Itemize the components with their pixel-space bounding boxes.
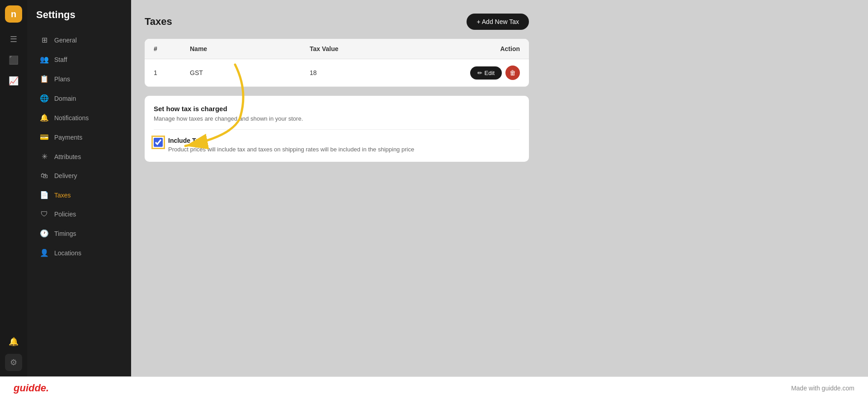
attributes-icon: ✳ [40, 152, 49, 161]
cell-name: GST [190, 69, 310, 76]
nav-icon-orders[interactable]: ⬛ [5, 52, 22, 69]
include-tax-checkbox[interactable] [154, 138, 163, 147]
sidebar-title: Settings [27, 9, 131, 30]
main-content: Taxes + Add New Tax # Name Tax Value Act… [131, 0, 868, 376]
nav-icon-settings[interactable]: ⚙ [5, 354, 22, 371]
app-logo[interactable]: n [5, 5, 22, 23]
sidebar-item-payments[interactable]: 💳 Payments [31, 128, 127, 146]
sidebar-item-general[interactable]: ⊞ General [31, 31, 127, 49]
tax-charge-title: Set how tax is charged [154, 105, 520, 113]
table-header: # Name Tax Value Action [145, 39, 529, 59]
page-title: Taxes [145, 16, 172, 28]
sidebar-item-timings[interactable]: 🕐 Timings [31, 224, 127, 243]
sidebar-item-attributes[interactable]: ✳ Attributes [31, 147, 127, 166]
action-cell: ✏ Edit 🗑 [429, 66, 520, 80]
sidebar: Settings ⊞ General 👥 Staff 📋 Plans 🌐 Dom… [27, 0, 131, 376]
sidebar-item-policies[interactable]: 🛡 Policies [31, 205, 127, 223]
include-tax-sublabel: Product prices will include tax and taxe… [168, 146, 414, 153]
trash-icon: 🗑 [509, 69, 516, 76]
timings-icon: 🕐 [40, 229, 49, 238]
edit-button[interactable]: ✏ Edit [470, 66, 502, 80]
nav-icon-analytics[interactable]: 📈 [5, 72, 22, 89]
plans-icon: 📋 [40, 75, 49, 83]
domain-icon: 🌐 [40, 94, 49, 103]
tax-charge-divider [154, 129, 520, 130]
sidebar-item-taxes[interactable]: 📄 Taxes [31, 186, 127, 204]
col-header-action: Action [429, 45, 520, 52]
include-tax-label-group: Include Tax Product prices will include … [168, 137, 414, 153]
notifications-icon: 🔔 [40, 113, 49, 122]
icon-bar: n ☰ ⬛ 📈 🔔 ⚙ [0, 0, 27, 376]
sidebar-item-notifications[interactable]: 🔔 Notifications [31, 108, 127, 127]
general-icon: ⊞ [40, 36, 49, 44]
sidebar-item-domain[interactable]: 🌐 Domain [31, 89, 127, 108]
delete-button[interactable]: 🗑 [505, 66, 520, 80]
edit-icon: ✏ [477, 70, 482, 76]
sidebar-item-plans[interactable]: 📋 Plans [31, 70, 127, 88]
nav-icon-bell[interactable]: 🔔 [5, 333, 22, 350]
tax-charge-description: Manage how taxes are changed and shown i… [154, 115, 520, 122]
add-new-tax-button[interactable]: + Add New Tax [467, 14, 529, 30]
col-header-name: Name [190, 45, 310, 52]
policies-icon: 🛡 [40, 210, 49, 218]
col-header-id: # [154, 45, 190, 52]
taxes-header: Taxes + Add New Tax [145, 14, 529, 30]
include-tax-wrapper: Include Tax Product prices will include … [154, 137, 520, 153]
sidebar-item-delivery[interactable]: 🛍 Delivery [31, 167, 127, 185]
guidde-logo: guidde. [14, 382, 49, 394]
sidebar-item-staff[interactable]: 👥 Staff [31, 50, 127, 69]
include-tax-label: Include Tax [168, 137, 414, 144]
made-with-text: Made with guidde.com [791, 385, 854, 392]
payments-icon: 💳 [40, 133, 49, 141]
staff-icon: 👥 [40, 55, 49, 64]
sidebar-item-locations[interactable]: 👤 Locations [31, 244, 127, 262]
tax-charge-section: Set how tax is charged Manage how taxes … [145, 96, 529, 162]
include-tax-row: Include Tax Product prices will include … [154, 137, 520, 153]
tax-table: # Name Tax Value Action 1 GST 18 ✏ Edit [145, 39, 529, 87]
cell-id: 1 [154, 69, 190, 76]
col-header-tax-value: Tax Value [310, 45, 429, 52]
page-section: Taxes + Add New Tax # Name Tax Value Act… [145, 14, 529, 162]
taxes-icon: 📄 [40, 191, 49, 199]
nav-icon-menu[interactable]: ☰ [5, 31, 22, 48]
bottom-bar: guidde. Made with guidde.com [0, 376, 868, 399]
table-row: 1 GST 18 ✏ Edit 🗑 [145, 59, 529, 87]
delivery-icon: 🛍 [40, 172, 49, 180]
locations-icon: 👤 [40, 249, 49, 257]
cell-tax-value: 18 [310, 69, 429, 76]
